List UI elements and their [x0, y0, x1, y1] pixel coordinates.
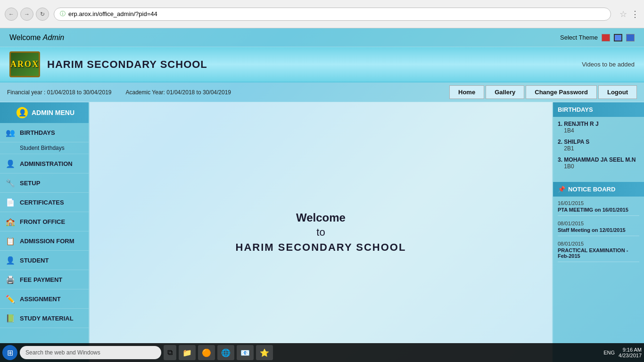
- sidebar-item-setup[interactable]: 🔧 SETUP: [0, 173, 89, 193]
- birthday-name-1: RENJITH R J: [564, 121, 598, 127]
- financial-year: Financial year : 01/04/2018 to 30/04/201…: [7, 89, 112, 96]
- theme-selector: Select Theme: [560, 34, 635, 41]
- taskbar-app-chrome[interactable]: 🌐: [217, 345, 234, 360]
- birthday-list: 1. RENJITH R J 1B4 2. SHILPA S 2B1 3. MO…: [553, 117, 644, 178]
- taskbar: ⊞ Search the web and Windows ⧉ 📁 🟠 🌐 📧 ⭐…: [0, 343, 644, 362]
- notice-item-1: 16/01/2015 PTA MEETIMG on 16/01/2015: [558, 200, 639, 216]
- main-content: 👤 ADMIN MENU 👥 BIRTHDAYS Student Birthda…: [0, 102, 644, 362]
- browser-nav-buttons: ← → ↻: [5, 8, 49, 21]
- browser-menu-icon[interactable]: ⋮: [631, 9, 639, 19]
- setup-label: SETUP: [20, 180, 40, 187]
- birthday-item-3: 3. MOHAMMAD JA SEEL M.N 1B0: [558, 156, 639, 170]
- nav-buttons: Home Gallery Change Password Logout: [449, 85, 637, 99]
- sidebar-item-study-material[interactable]: 📗 STUDY MATERIAL: [0, 309, 89, 328]
- secure-icon: ⓘ: [60, 10, 66, 18]
- forward-button[interactable]: →: [20, 8, 33, 21]
- certificates-icon: 📄: [5, 197, 16, 208]
- birthday-num-2: 2.: [558, 139, 562, 145]
- taskbar-app-star[interactable]: ⭐: [256, 345, 273, 360]
- notice-list: 16/01/2015 PTA MEETIMG on 16/01/2015 08/…: [553, 197, 644, 271]
- taskbar-app-file-explorer[interactable]: 📁: [179, 345, 196, 360]
- address-bar[interactable]: ⓘ erp.arox.in/office_admin/?pid=44: [54, 8, 611, 21]
- student-label: STUDENT: [20, 257, 49, 264]
- taskbar-right: ENG 9:16 AM 4/23/2017: [603, 347, 642, 358]
- sidebar-item-student-birthdays[interactable]: Student Birthdays: [0, 142, 89, 154]
- birthdays-panel-header: BIRTHDAYS: [553, 102, 644, 117]
- front-office-icon: 🏫: [5, 216, 16, 227]
- birthday-name-3: MOHAMMAD JA SEEL M.N: [564, 156, 636, 163]
- front-office-label: FRONT OFFICE: [20, 218, 65, 225]
- home-button[interactable]: Home: [449, 85, 484, 99]
- admission-form-icon: 📋: [5, 235, 16, 247]
- change-password-button[interactable]: Change Password: [526, 85, 597, 99]
- start-button[interactable]: ⊞: [2, 345, 17, 360]
- notice-board-section: 📌 NOTICE BOARD 16/01/2015 PTA MEETIMG on…: [553, 182, 644, 271]
- bookmark-icon[interactable]: ☆: [619, 9, 627, 19]
- videos-text: Videos to be added: [582, 61, 635, 68]
- study-material-icon: 📗: [5, 313, 16, 324]
- admin-menu-label: ADMIN MENU: [32, 109, 74, 116]
- theme-red[interactable]: [602, 34, 610, 41]
- welcome-label: Welcome: [9, 33, 41, 41]
- sidebar-item-certificates[interactable]: 📄 CERTIFICATES: [0, 193, 89, 212]
- notice-board-icon: 📌: [558, 186, 565, 193]
- notice-item-3: 08/01/2015 PRACTICAL EXAMINATION - Feb-2…: [558, 241, 639, 262]
- sidebar-item-fee-payment[interactable]: 🖨️ FEE PAYMENT: [0, 270, 89, 289]
- sidebar-item-front-office[interactable]: 🏫 FRONT OFFICE: [0, 212, 89, 231]
- center-content: Welcome to HARIM SECONDARY SCHOOL: [90, 102, 552, 362]
- welcome-school-name: HARIM SECONDARY SCHOOL: [236, 241, 406, 254]
- taskbar-app-orange[interactable]: 🟠: [198, 345, 215, 360]
- assignment-label: ASSIGNMENT: [20, 296, 61, 303]
- sidebar-item-birthdays[interactable]: 👥 BIRTHDAYS: [0, 123, 89, 142]
- certificates-label: CERTIFICATES: [20, 199, 64, 206]
- notice-date-3: 08/01/2015: [558, 241, 639, 247]
- notice-board-title: NOTICE BOARD: [568, 186, 615, 193]
- setup-icon: 🔧: [5, 177, 16, 189]
- notice-text-1: PTA MEETIMG on 16/01/2015: [558, 207, 639, 213]
- taskbar-app-mail[interactable]: 📧: [237, 345, 254, 360]
- welcome-message: Welcome Admin: [9, 33, 64, 42]
- app-container: Welcome Admin Select Theme AROX HARIM SE…: [0, 28, 644, 362]
- logout-button[interactable]: Logout: [598, 85, 637, 99]
- birthdays-section: BIRTHDAYS 1. RENJITH R J 1B4 2. SHILPA S…: [553, 102, 644, 178]
- academic-year: Academic Year: 01/04/2018 to 30/04/2019: [126, 89, 231, 96]
- top-bar: Welcome Admin Select Theme: [0, 28, 644, 47]
- nav-bar: Financial year : 01/04/2018 to 30/04/201…: [0, 82, 644, 102]
- notice-text-3: PRACTICAL EXAMINATION - Feb-2015: [558, 247, 639, 259]
- birthday-class-2: 2B1: [558, 145, 574, 152]
- assignment-icon: ✏️: [5, 293, 16, 304]
- notice-board-header: 📌 NOTICE BOARD: [553, 182, 644, 197]
- student-birthdays-label: Student Birthdays: [20, 145, 65, 151]
- taskbar-date-value: 4/23/2017: [619, 353, 642, 358]
- birthdays-icon: 👥: [5, 127, 16, 138]
- administration-icon: 👤: [5, 158, 16, 169]
- birthday-item-2: 2. SHILPA S 2B1: [558, 139, 639, 152]
- gallery-button[interactable]: Gallery: [486, 85, 524, 99]
- taskbar-search-placeholder: Search the web and Windows: [25, 349, 100, 356]
- theme-blue[interactable]: [626, 34, 635, 41]
- birthdays-label: BIRTHDAYS: [20, 129, 55, 136]
- notice-text-2: Staff Meeting on 12/01/2015: [558, 227, 639, 233]
- notice-date-1: 16/01/2015: [558, 200, 639, 206]
- school-name-header: HARIM SECONDARY SCHOOL: [47, 58, 207, 71]
- back-button[interactable]: ←: [5, 8, 18, 21]
- birthday-name-2: SHILPA S: [564, 139, 589, 145]
- taskbar-time-value: 9:16 AM: [619, 347, 642, 353]
- sidebar-item-administration[interactable]: 👤 ADMINISTRATION: [0, 154, 89, 173]
- logo: AROX: [9, 51, 40, 77]
- admission-form-label: ADMISSION FORM: [20, 238, 74, 245]
- theme-blue-active[interactable]: [614, 34, 622, 41]
- refresh-button[interactable]: ↻: [36, 8, 49, 21]
- sidebar-item-assignment[interactable]: ✏️ ASSIGNMENT: [0, 289, 89, 309]
- sidebar-item-admission-form[interactable]: 📋 ADMISSION FORM: [0, 231, 89, 251]
- birthday-num-1: 1.: [558, 121, 562, 127]
- taskbar-search[interactable]: Search the web and Windows: [20, 346, 161, 359]
- birthday-item-1: 1. RENJITH R J 1B4: [558, 121, 639, 134]
- taskbar-language: ENG: [603, 350, 615, 355]
- taskbar-clock: 9:16 AM 4/23/2017: [619, 347, 642, 358]
- sidebar-item-student[interactable]: 👤 STUDENT: [0, 251, 89, 270]
- birthdays-panel-title: BIRTHDAYS: [558, 106, 593, 113]
- administration-label: ADMINISTRATION: [20, 160, 73, 167]
- taskbar-app-task-view[interactable]: ⧉: [164, 345, 176, 360]
- admin-menu-header: 👤 ADMIN MENU: [0, 102, 89, 123]
